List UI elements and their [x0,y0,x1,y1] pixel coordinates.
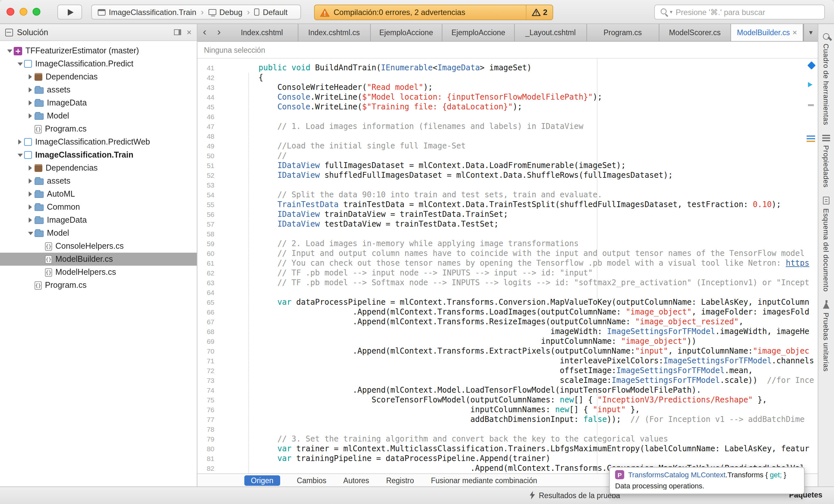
code-line[interactable]: 72 offsetImage:ImageSettingsForTFModel.m… [197,366,818,376]
line-number[interactable]: 45 [197,102,221,112]
line-number[interactable]: 48 [197,132,221,141]
line-number[interactable]: 60 [197,249,221,258]
line-number[interactable]: 59 [197,239,221,249]
tree-item-automl[interactable]: AutoML [0,187,197,201]
code-line[interactable]: 54 // Split the data 90:10 into train an… [197,190,818,200]
close-window-button[interactable] [6,8,14,16]
code-line[interactable]: 68 imageWidth: ImageSettingsForTFModel.i… [197,327,818,337]
tab-modelbuilder-cs[interactable]: ModelBuilder.cs× [731,24,804,41]
disclosure-right-icon[interactable] [26,191,35,197]
tab-index-cshtml-cs[interactable]: Index.cshtml.cs [299,24,371,41]
tab-ejemploaccione[interactable]: EjemploAccione [370,24,443,41]
code-line[interactable]: 73 scaleImage:ImageSettingsForTFModel.sc… [197,376,818,386]
line-number[interactable]: 75 [197,395,221,405]
tree-item-imagedata[interactable]: ImageData [0,213,197,227]
disclosure-down-icon[interactable] [16,153,24,157]
tree-item-program-cs[interactable]: Program.cs [0,279,197,292]
vc-tab-autores[interactable]: Autores [343,476,369,484]
line-number[interactable]: 72 [197,366,221,376]
line-number[interactable]: 42 [197,73,221,83]
line-number[interactable]: 51 [197,161,221,170]
right-pad-tab-cuadro-de-herramientas[interactable]: Cuadro de herramientas [822,33,830,125]
navigate-back-button[interactable]: ‹ [197,24,212,41]
code-editor[interactable]: 41 public void BuildAndTrain(IEnumerable… [197,59,818,474]
disclosure-right-icon[interactable] [26,100,35,106]
code-line[interactable]: 59 // 2. Load images in-memory while app… [197,239,818,249]
disclosure-right-icon[interactable] [26,74,35,79]
line-number[interactable]: 44 [197,92,221,102]
tree-item-model[interactable]: Model [0,227,197,239]
vc-tab-fusionar-mediante-combinaci-n[interactable]: Fusionar mediante combinación [431,476,537,484]
tab-overflow-dropdown[interactable]: ▼ [804,24,818,41]
line-number[interactable]: 82 [197,464,221,474]
zoom-window-button[interactable] [32,8,40,16]
code-line[interactable]: 47 // 1. Load images information (filena… [197,122,818,132]
disclosure-right-icon[interactable] [16,139,24,144]
code-line[interactable]: 78 [197,425,818,434]
vc-tab-registro[interactable]: Registro [386,476,414,484]
tree-item-imageclassification-predictweb[interactable]: ImageClassification.PredictWeb [0,135,197,148]
line-number[interactable]: 62 [197,268,221,278]
line-number[interactable]: 66 [197,307,221,317]
tree-item-dependencias[interactable]: Dependencias [0,161,197,175]
line-number[interactable]: 68 [197,327,221,337]
line-number[interactable]: 58 [197,229,221,239]
code-line[interactable]: 43 ConsoleWriteHeader("Read model"); [197,83,818,92]
line-number[interactable]: 61 [197,258,221,268]
line-number[interactable]: 65 [197,298,221,307]
run-button[interactable] [57,4,82,20]
tab-layout-cshtml[interactable]: _Layout.cshtml [515,24,587,41]
code-line[interactable]: 62 // TF .pb model --> input node --> IN… [197,268,818,278]
code-line[interactable]: 41 public void BuildAndTrain(IEnumerable… [197,63,818,73]
breadcrumb-segment-default[interactable]: Default [255,7,288,17]
code-line[interactable]: 46 [197,112,818,122]
line-number[interactable]: 46 [197,112,221,122]
line-number[interactable]: 69 [197,337,221,346]
code-line[interactable]: 50 // [197,151,818,161]
breadcrumb-segment-debug[interactable]: Debug [208,7,242,17]
code-line[interactable]: 44 Console.WriteLine($"Model location: {… [197,92,818,102]
line-number[interactable]: 52 [197,170,221,180]
tab-index-cshtml[interactable]: Index.cshtml [226,24,299,41]
code-line[interactable]: 74 .Append(mlContext.Model.LoadTensorFlo… [197,386,818,395]
close-pad-icon[interactable]: × [187,28,192,37]
code-line[interactable]: 64 [197,288,818,298]
minimize-window-button[interactable] [20,8,27,16]
code-line[interactable]: 49 //Load the initial single full Image-… [197,141,818,151]
tree-item-modelhelpers-cs[interactable]: ModelHelpers.cs [0,266,197,279]
tree-item-consolehelpers-cs[interactable]: ConsoleHelpers.cs [0,239,197,253]
vc-tab-cambios[interactable]: Cambios [297,476,326,484]
tree-item-modelbuilder-cs[interactable]: ModelBuilder.cs [0,253,197,266]
right-pad-tab-pruebas-unitarias[interactable]: Pruebas unitarias [822,301,830,372]
line-number[interactable]: 55 [197,200,221,210]
line-number[interactable]: 54 [197,190,221,200]
disclosure-down-icon[interactable] [26,231,35,235]
line-number[interactable]: 76 [197,405,221,415]
tree-item-assets[interactable]: assets [0,83,197,96]
tree-item-model[interactable]: Model [0,109,197,122]
tab-ejemploaccione[interactable]: EjemploAccione [443,24,515,41]
code-line[interactable]: 55 TrainTestData trainTestData = mlConte… [197,200,818,210]
disclosure-right-icon[interactable] [26,178,35,184]
line-number[interactable]: 63 [197,278,221,288]
line-number[interactable]: 49 [197,141,221,151]
line-number[interactable]: 53 [197,180,221,190]
code-line[interactable]: 80 var trainer = mlContext.MulticlassCla… [197,444,818,454]
code-line[interactable]: 60 // Input and output column names have… [197,249,818,258]
line-number[interactable]: 74 [197,386,221,395]
disclosure-right-icon[interactable] [26,165,35,170]
code-line[interactable]: 63 // TF .pb model --> Softmax node --> … [197,278,818,288]
disclosure-down-icon[interactable] [5,49,14,52]
code-line[interactable]: 58 [197,229,818,239]
disclosure-down-icon[interactable] [16,62,24,65]
line-number[interactable]: 71 [197,356,221,366]
code-line[interactable]: 45 Console.WriteLine($"Training file: {d… [197,102,818,112]
line-number[interactable]: 67 [197,317,221,327]
line-number[interactable]: 41 [197,63,221,73]
tree-item-tffeaturizerestimator-master[interactable]: TFFeaturizerEstimator (master) [0,44,197,57]
code-line[interactable]: 77 addBatchDimensionInput: false)); // (… [197,415,818,425]
tab-modelscorer-cs[interactable]: ModelScorer.cs [659,24,731,41]
code-line[interactable]: 81 var trainingPipeline = dataProcessPip… [197,454,818,464]
breadcrumb-segment-imageclassification-train[interactable]: ImageClassification.Train [98,7,196,17]
line-number[interactable]: 57 [197,220,221,229]
